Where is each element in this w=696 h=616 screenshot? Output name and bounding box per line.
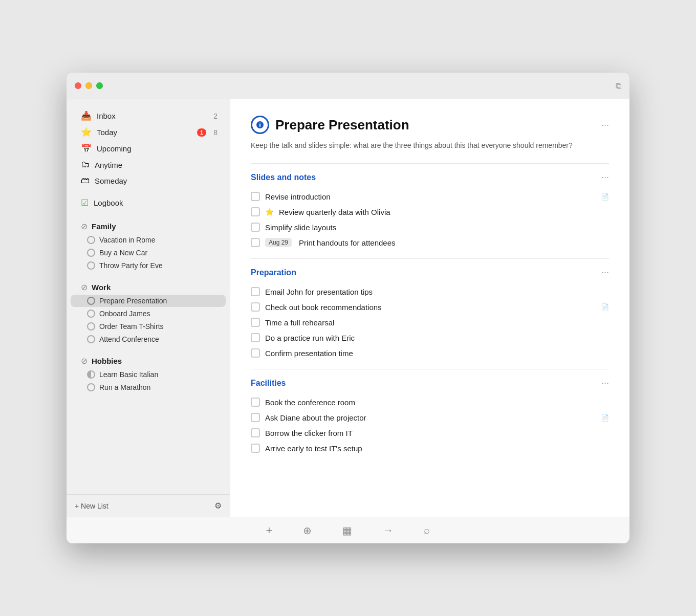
sidebar-item-order-tshirts[interactable]: Order Team T-Shirts: [71, 320, 226, 333]
half-circle-icon: [87, 370, 95, 379]
learn-italian-label: Learn Basic Italian: [99, 370, 158, 379]
someday-icon: 🗃: [81, 175, 90, 186]
sidebar-item-prepare-presentation[interactable]: Prepare Presentation: [71, 295, 226, 307]
task-checkbox[interactable]: [251, 333, 260, 342]
sidebar-item-logbook[interactable]: ☑ Logbook: [71, 195, 226, 211]
add-task-button[interactable]: +: [266, 524, 273, 537]
task-circle-icon: [87, 261, 95, 270]
main-content: 📥 Inbox 2 ⭐ Today 1 8 📅 Upcoming 🗂 Anyti…: [67, 99, 629, 517]
task-circle-icon: [87, 335, 95, 343]
task-checkbox[interactable]: [251, 413, 260, 422]
traffic-lights: [75, 82, 103, 89]
slides-notes-more-button[interactable]: ···: [601, 172, 609, 183]
run-marathon-label: Run a Marathon: [99, 383, 150, 391]
move-button[interactable]: →: [383, 524, 393, 536]
task-checkbox[interactable]: [251, 192, 260, 201]
task-checkbox[interactable]: [251, 302, 260, 312]
task-text: Print handouts for attendees: [299, 238, 609, 247]
work-group-label: Work: [92, 283, 111, 292]
star-icon: ⭐: [265, 208, 274, 216]
task-checkbox[interactable]: [251, 318, 260, 327]
order-tshirts-label: Order Team T-Shirts: [99, 322, 164, 331]
task-circle-icon: [87, 297, 95, 305]
onboard-james-label: Onboard James: [99, 310, 150, 318]
detail-header: Prepare Presentation ···: [251, 116, 609, 134]
attend-conference-label: Attend Conference: [99, 335, 159, 343]
task-item: Borrow the clicker from IT: [251, 425, 609, 441]
today-count: 8: [213, 128, 217, 137]
family-group: ⊘ Family Vacation in Rome Buy a New Car …: [67, 215, 230, 272]
sidebar-item-throw-party[interactable]: Throw Party for Eve: [71, 259, 226, 272]
buy-car-label: Buy a New Car: [99, 249, 147, 257]
someday-label: Someday: [95, 177, 217, 185]
today-icon: ⭐: [81, 127, 92, 138]
task-checkbox[interactable]: [251, 428, 260, 437]
svg-rect-1: [259, 124, 260, 127]
slides-notes-task-list: Revise introduction 📄 ⭐ Review quarterly…: [251, 189, 609, 250]
preparation-title: Preparation: [251, 268, 296, 277]
task-circle-icon: [87, 310, 95, 318]
family-group-header[interactable]: ⊘ Family: [71, 217, 226, 233]
search-button[interactable]: ⌕: [424, 524, 430, 536]
sidebar-item-inbox[interactable]: 📥 Inbox 2: [71, 108, 226, 124]
sidebar: 📥 Inbox 2 ⭐ Today 1 8 📅 Upcoming 🗂 Anyti…: [67, 99, 230, 517]
facilities-title: Facilities: [251, 379, 286, 388]
family-group-icon: ⊘: [81, 222, 88, 231]
maximize-button[interactable]: [96, 82, 103, 89]
task-text: Simplify slide layouts: [265, 223, 609, 232]
window-copy-icon[interactable]: ⧉: [616, 81, 621, 91]
calendar-button[interactable]: ▦: [342, 524, 352, 537]
task-item: Do a practice run with Eric: [251, 330, 609, 345]
slides-notes-section-header: Slides and notes ···: [251, 163, 609, 183]
task-checkbox[interactable]: [251, 207, 260, 216]
sidebar-item-vacation-in-rome[interactable]: Vacation in Rome: [71, 234, 226, 246]
facilities-task-list: Book the conference room Ask Diane about…: [251, 394, 609, 456]
sidebar-item-anytime[interactable]: 🗂 Anytime: [71, 157, 226, 172]
task-text: Arrive early to test IT's setup: [265, 444, 609, 453]
note-icon: 📄: [601, 414, 609, 422]
task-item: Simplify slide layouts: [251, 219, 609, 235]
task-checkbox[interactable]: [251, 348, 260, 358]
facilities-section-header: Facilities ···: [251, 369, 609, 388]
hobbies-group: ⊘ Hobbies Learn Basic Italian Run a Mara…: [67, 350, 230, 394]
close-button[interactable]: [75, 82, 81, 89]
task-checkbox[interactable]: [251, 287, 260, 296]
task-item: Time a full rehearsal: [251, 315, 609, 330]
facilities-more-button[interactable]: ···: [601, 378, 609, 388]
sidebar-item-someday[interactable]: 🗃 Someday: [71, 173, 226, 188]
sidebar-item-run-marathon[interactable]: Run a Marathon: [71, 381, 226, 393]
family-group-label: Family: [92, 222, 116, 231]
task-item: Ask Diane about the projector 📄: [251, 410, 609, 425]
task-checkbox[interactable]: [251, 444, 260, 453]
sidebar-footer: + New List ⚙: [67, 494, 230, 517]
due-date-badge: Aug 29: [265, 238, 292, 247]
note-icon: 📄: [601, 193, 609, 201]
task-checkbox[interactable]: [251, 223, 260, 232]
task-text: Review quarterly data with Olivia: [279, 208, 609, 216]
upcoming-label: Upcoming: [97, 144, 217, 153]
detail-more-button[interactable]: ···: [601, 120, 609, 130]
work-group-header[interactable]: ⊘ Work: [71, 278, 226, 294]
sidebar-item-learn-italian[interactable]: Learn Basic Italian: [71, 368, 226, 381]
sidebar-item-attend-conference[interactable]: Attend Conference: [71, 333, 226, 345]
throw-party-label: Throw Party for Eve: [99, 261, 163, 270]
sidebar-item-buy-new-car[interactable]: Buy a New Car: [71, 247, 226, 259]
task-checkbox[interactable]: [251, 238, 260, 247]
today-label: Today: [97, 128, 192, 137]
task-checkbox[interactable]: [251, 398, 260, 407]
new-list-button[interactable]: + New List: [75, 502, 108, 510]
hobbies-group-header[interactable]: ⊘ Hobbies: [71, 352, 226, 368]
hobbies-group-label: Hobbies: [92, 357, 122, 365]
today-badge: 1: [197, 128, 206, 137]
sidebar-item-onboard-james[interactable]: Onboard James: [71, 307, 226, 320]
logbook-icon: ☑: [81, 197, 89, 208]
new-checklist-button[interactable]: ⊕: [303, 524, 312, 537]
task-text: Confirm presentation time: [265, 349, 609, 358]
filter-button[interactable]: ⚙: [214, 501, 222, 511]
sidebar-item-today[interactable]: ⭐ Today 1 8: [71, 124, 226, 140]
task-type-icon: [251, 116, 269, 134]
upcoming-icon: 📅: [81, 143, 92, 154]
minimize-button[interactable]: [85, 82, 92, 89]
sidebar-item-upcoming[interactable]: 📅 Upcoming: [71, 141, 226, 157]
preparation-more-button[interactable]: ···: [601, 267, 609, 278]
